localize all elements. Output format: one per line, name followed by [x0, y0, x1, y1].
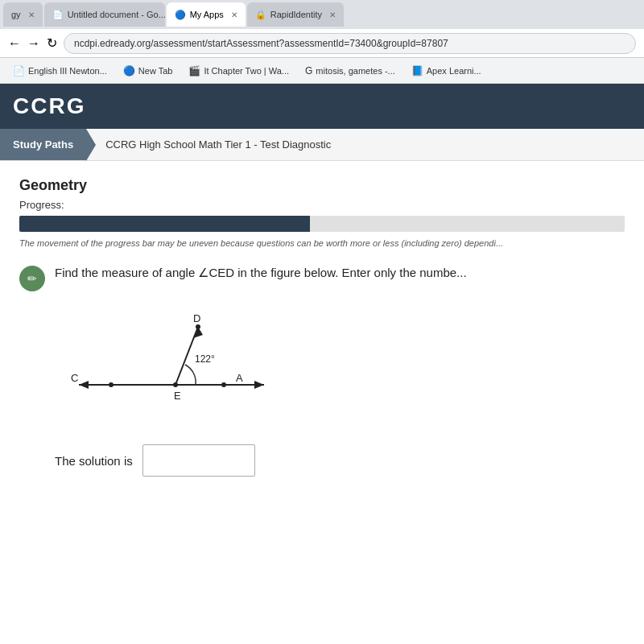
solution-input[interactable]: [142, 444, 255, 477]
address-bar: ← → ↻: [0, 29, 644, 58]
ccrg-header: CCRG: [0, 84, 644, 129]
progress-bar-container: [19, 216, 625, 232]
bookmark-mitosis-icon: G: [305, 65, 312, 76]
edit-icon: ✏: [19, 266, 45, 291]
figure-container: D C E A 122°: [55, 304, 625, 436]
breadcrumb-title: CCRG High School Math Tier 1 - Test Diag…: [86, 138, 350, 151]
tab-doc-icon: 📄: [52, 10, 64, 20]
label-C: C: [71, 372, 78, 384]
point-E: [173, 382, 178, 387]
solution-row: The solution is: [55, 444, 625, 477]
tab-rapid-label: RapidIdentity: [270, 10, 322, 19]
solution-label: The solution is: [55, 454, 133, 468]
ccrg-logo: CCRG: [13, 93, 85, 119]
point-C: [109, 382, 114, 387]
tab-apps-icon: 🔵: [175, 10, 186, 20]
tab-gy-close[interactable]: ✕: [28, 10, 35, 19]
bookmark-english[interactable]: 📄 English III Newton...: [6, 63, 114, 79]
tab-rapid[interactable]: 🔒 RapidIdentity ✕: [247, 2, 344, 27]
address-input[interactable]: [64, 33, 636, 54]
bookmark-english-icon: 📄: [13, 65, 25, 76]
bookmark-english-label: English III Newton...: [28, 66, 107, 76]
main-content: Geometry Progress: The movement of the p…: [0, 161, 644, 493]
tab-rapid-icon: 🔒: [255, 10, 266, 20]
tab-doc-label: Untitled document - Go...: [68, 10, 165, 19]
label-E: E: [174, 390, 181, 402]
progress-note: The movement of the progress bar may be …: [19, 238, 625, 248]
progress-label: Progress:: [19, 199, 625, 211]
svg-marker-1: [79, 381, 89, 389]
back-icon[interactable]: ←: [8, 36, 21, 51]
study-paths-label: Study Paths: [13, 138, 73, 151]
bookmark-itchapter[interactable]: 🎬 It Chapter Two | Wa...: [182, 63, 295, 79]
tab-apps-close[interactable]: ✕: [231, 10, 237, 19]
tab-gy-icon: gy: [11, 10, 21, 19]
bookmark-apex-icon: 📘: [411, 65, 423, 76]
bookmark-newtab[interactable]: 🔵 New Tab: [117, 63, 180, 79]
forward-icon[interactable]: →: [27, 36, 40, 51]
question-row: ✏ Find the measure of angle ∠CED in the …: [19, 264, 625, 291]
page-content: CCRG Study Paths CCRG High School Math T…: [0, 84, 644, 644]
label-D: D: [193, 312, 200, 324]
browser-frame: gy ✕ 📄 Untitled document - Go... ✕ 🔵 My …: [0, 0, 644, 84]
tab-gy[interactable]: gy ✕: [3, 2, 43, 27]
svg-marker-2: [254, 381, 264, 389]
bookmark-newtab-label: New Tab: [138, 66, 173, 76]
tab-bar: gy ✕ 📄 Untitled document - Go... ✕ 🔵 My …: [0, 0, 644, 29]
question-text: Find the measure of angle ∠CED in the fi…: [55, 264, 467, 283]
bookmark-mitosis[interactable]: G mitosis, gametes -...: [299, 63, 402, 79]
progress-bar-fill: [19, 216, 310, 232]
tab-doc[interactable]: 📄 Untitled document - Go... ✕: [44, 2, 165, 27]
bookmark-mitosis-label: mitosis, gametes -...: [316, 66, 394, 76]
bookmark-itchapter-label: It Chapter Two | Wa...: [204, 66, 289, 76]
bookmark-itchapter-icon: 🎬: [188, 65, 200, 76]
bookmark-apex-label: Apex Learni...: [427, 66, 481, 76]
point-A: [221, 382, 226, 387]
tab-rapid-close[interactable]: ✕: [329, 10, 336, 19]
breadcrumb-study-paths[interactable]: Study Paths: [0, 129, 86, 160]
angle-label: 122°: [195, 353, 215, 365]
nav-breadcrumb: Study Paths CCRG High School Math Tier 1…: [0, 129, 644, 161]
bookmark-apex[interactable]: 📘 Apex Learni...: [405, 63, 488, 79]
geometry-figure: D C E A 122°: [55, 304, 280, 433]
tab-apps-label: My Apps: [190, 10, 224, 19]
refresh-icon[interactable]: ↻: [47, 35, 57, 51]
label-A: A: [236, 372, 243, 384]
tab-apps[interactable]: 🔵 My Apps ✕: [167, 2, 246, 27]
bookmark-newtab-icon: 🔵: [123, 65, 135, 76]
bookmarks-bar: 📄 English III Newton... 🔵 New Tab 🎬 It C…: [0, 58, 644, 84]
point-D: [196, 324, 200, 329]
section-title: Geometry: [19, 177, 625, 194]
